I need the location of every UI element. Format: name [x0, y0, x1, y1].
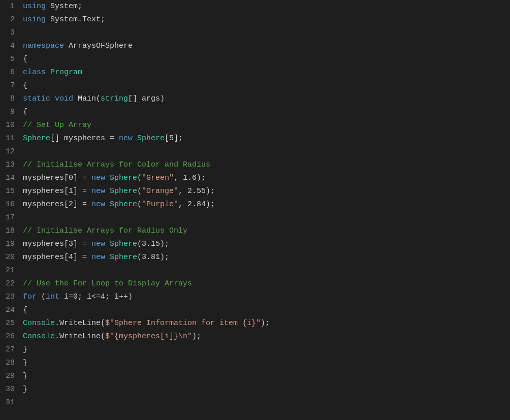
- code-editor: 1using System;2using System.Text;3​4name…: [0, 0, 510, 409]
- token: "Purple": [142, 200, 178, 209]
- line-number: 5: [0, 53, 23, 66]
- code-line: 21​: [0, 264, 510, 277]
- code-line: 18 // Initialise Arrays for Radius Only: [0, 224, 510, 238]
- token: using: [23, 2, 46, 11]
- token: System;: [46, 2, 82, 11]
- line-number: 31: [0, 396, 23, 409]
- token: myspheres[2] =: [23, 200, 91, 209]
- token: );: [192, 332, 201, 341]
- token: void: [55, 94, 73, 103]
- line-number: 16: [0, 198, 23, 211]
- token: int: [46, 293, 59, 301]
- code-text: {: [23, 304, 510, 317]
- code-text: ​: [23, 26, 510, 40]
- code-text: }: [23, 383, 510, 396]
- line-number: 29: [0, 370, 23, 383]
- code-line: 19 myspheres[3] = new Sphere(3.15);: [0, 238, 510, 251]
- line-number: 21: [0, 264, 23, 277]
- code-line: 23 for (int i=0; i<=4; i++): [0, 290, 510, 304]
- token: [105, 240, 110, 248]
- token: [5];: [165, 134, 183, 143]
- code-text: Console.WriteLine($"Sphere Information f…: [23, 317, 510, 330]
- line-number: 17: [0, 211, 23, 224]
- token: "Green": [142, 174, 174, 182]
- code-line: 6 class Program: [0, 66, 510, 79]
- token: }: [23, 345, 27, 354]
- token: new: [91, 187, 105, 196]
- code-text: // Set Up Array: [23, 119, 510, 132]
- token: {: [23, 55, 27, 63]
- line-number: 4: [0, 40, 23, 53]
- line-number: 12: [0, 145, 23, 158]
- code-line: 26 Console.WriteLine($"{myspheres[i]}\n"…: [0, 330, 510, 343]
- code-text: }: [23, 370, 510, 383]
- code-line: 22 // Use the For Loop to Display Arrays: [0, 277, 510, 290]
- token: "Orange": [142, 187, 178, 196]
- token: [105, 174, 110, 182]
- code-line: 20 myspheres[4] = new Sphere(3.81);: [0, 251, 510, 264]
- code-text: myspheres[0] = new Sphere("Green", 1.6);: [23, 172, 510, 185]
- token: new: [91, 253, 105, 262]
- token: );: [261, 319, 270, 328]
- token: Sphere: [23, 134, 50, 143]
- code-text: static void Main(string[] args): [23, 92, 510, 106]
- line-number: 22: [0, 277, 23, 290]
- token: , 2.55);: [178, 187, 215, 196]
- token: // Initialise Arrays for Color and Radiu…: [23, 160, 210, 169]
- line-number: 11: [0, 132, 23, 145]
- code-text: // Use the For Loop to Display Arrays: [23, 277, 510, 290]
- token: // Initialise Arrays for Radius Only: [23, 227, 187, 235]
- token: $"Sphere Information for item {i}": [105, 319, 261, 328]
- code-line: 3​: [0, 26, 510, 40]
- token: [] args): [128, 94, 165, 103]
- token: Sphere: [110, 253, 137, 262]
- token: myspheres[3] =: [23, 240, 91, 248]
- code-line: 25 Console.WriteLine($"Sphere Informatio…: [0, 317, 510, 330]
- code-line: 7 {: [0, 79, 510, 92]
- token: new: [119, 134, 133, 143]
- code-line: 2using System.Text;: [0, 13, 510, 26]
- token: (: [137, 187, 142, 196]
- token: myspheres[1] =: [23, 187, 91, 196]
- code-line: 13 // Initialise Arrays for Color and Ra…: [0, 158, 510, 172]
- line-number: 3: [0, 26, 23, 40]
- code-line: 24 {: [0, 304, 510, 317]
- token: myspheres[4] =: [23, 253, 91, 262]
- token: static: [23, 94, 50, 103]
- code-text: Console.WriteLine($"{myspheres[i]}\n");: [23, 330, 510, 343]
- token: .WriteLine(: [55, 332, 105, 341]
- token: i=0; i<=4; i++): [59, 293, 133, 301]
- token: {: [23, 81, 27, 90]
- token: (: [37, 293, 46, 301]
- line-number: 25: [0, 317, 23, 330]
- code-line: 15 myspheres[1] = new Sphere("Orange", 2…: [0, 185, 510, 198]
- token: Program: [50, 68, 82, 77]
- token: $"{myspheres[i]}\n": [105, 332, 192, 341]
- token: myspheres[0] =: [23, 174, 91, 182]
- token: }: [23, 372, 27, 380]
- code-line: 16 myspheres[2] = new Sphere("Purple", 2…: [0, 198, 510, 211]
- code-line: 5{: [0, 53, 510, 66]
- code-text: // Initialise Arrays for Radius Only: [23, 224, 510, 238]
- line-number: 8: [0, 92, 23, 106]
- token: string: [101, 94, 128, 103]
- line-number: 24: [0, 304, 23, 317]
- code-text: // Initialise Arrays for Color and Radiu…: [23, 158, 510, 172]
- token: Sphere: [110, 174, 137, 182]
- token: (3.15);: [137, 240, 169, 248]
- code-text: }: [23, 357, 510, 370]
- token: ArraysOFSphere: [64, 42, 133, 50]
- token: }: [23, 385, 27, 394]
- token: {: [23, 108, 27, 116]
- line-number: 1: [0, 0, 23, 13]
- code-text: class Program: [23, 66, 510, 79]
- token: [] myspheres =: [50, 134, 119, 143]
- code-text: for (int i=0; i<=4; i++): [23, 290, 510, 304]
- code-line: 4namespace ArraysOFSphere: [0, 40, 510, 53]
- line-number: 19: [0, 238, 23, 251]
- token: Console: [23, 319, 55, 328]
- code-line: 14 myspheres[0] = new Sphere("Green", 1.…: [0, 172, 510, 185]
- line-number: 18: [0, 224, 23, 238]
- line-number: 14: [0, 172, 23, 185]
- code-line: 31​: [0, 396, 510, 409]
